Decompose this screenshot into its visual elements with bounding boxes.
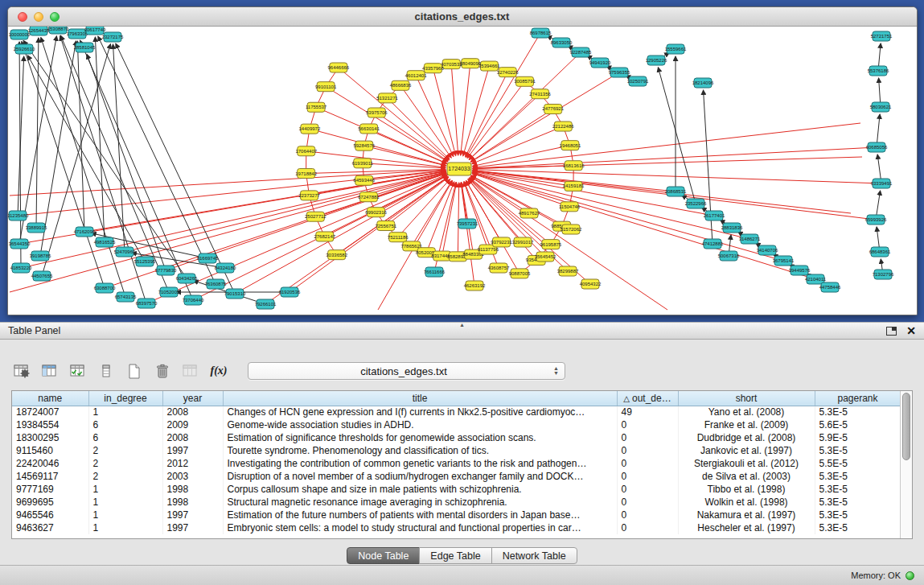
table-row[interactable]: 1872400712008Changes of HCN gene express… xyxy=(12,406,900,418)
graph-node-yellow[interactable]: 96446666 xyxy=(327,63,349,72)
table-row[interactable]: 1456911722003Disruption of a novel membe… xyxy=(12,470,900,483)
graph-node-yellow[interactable]: 93792231 xyxy=(491,237,512,247)
graph-node-teal[interactable]: 81920536 xyxy=(278,287,300,297)
graph-node-yellow[interactable]: 38299887 xyxy=(556,266,578,276)
graph-node-yellow[interactable]: 11504746 xyxy=(558,202,580,212)
graph-node-yellow[interactable]: 14159181 xyxy=(562,181,584,191)
graph-node-teal[interactable]: 65743135 xyxy=(114,292,136,302)
graph-node-teal[interactable]: 26177401 xyxy=(703,211,725,220)
graph-node-teal[interactable]: 10250791 xyxy=(626,76,648,86)
graph-node-teal[interactable]: 23522966 xyxy=(684,199,706,208)
graph-node-teal[interactable]: 71302796 xyxy=(872,270,893,279)
show-columns-icon[interactable] xyxy=(39,361,60,381)
network-graph[interactable]: 1000000012654435153088701796330520617740… xyxy=(8,27,917,315)
graph-node-teal[interactable]: 73957231 xyxy=(456,219,478,229)
table-row[interactable]: 969969511998Structural magnetic resonanc… xyxy=(12,496,900,509)
graph-node-teal[interactable]: 39449576 xyxy=(788,266,810,275)
graph-node-teal[interactable]: 36795141 xyxy=(772,256,794,266)
graph-nodes[interactable]: 1000000012654435153088701796330520617740… xyxy=(8,27,894,309)
table-mode-icon[interactable] xyxy=(11,361,32,381)
graph-node-teal[interactable]: 52470960 xyxy=(113,247,135,257)
graph-node-teal[interactable]: 28581045 xyxy=(73,43,95,52)
graph-node-yellow[interactable]: 32991017 xyxy=(511,237,533,247)
close-window-button[interactable] xyxy=(18,12,27,22)
graph-node-yellow[interactable]: 35645452 xyxy=(534,252,556,262)
graph-node-teal[interactable]: 79266101 xyxy=(254,299,276,309)
tab-network-table[interactable]: Network Table xyxy=(491,547,577,564)
graph-node-teal[interactable]: 68397570 xyxy=(135,299,157,308)
graph-node-yellow[interactable]: 61939011 xyxy=(351,159,373,168)
graph-node-teal[interactable]: 15559661 xyxy=(664,44,686,54)
graph-node-teal[interactable]: 60434265 xyxy=(175,274,197,283)
graph-node-teal[interactable]: 84324180 xyxy=(214,263,236,273)
graph-node-yellow[interactable]: 16813616 xyxy=(562,161,584,171)
graph-node-teal[interactable]: 55376186 xyxy=(867,66,889,76)
create-column-icon[interactable] xyxy=(68,361,88,381)
float-panel-icon[interactable] xyxy=(886,327,897,336)
close-panel-icon[interactable]: ✕ xyxy=(906,327,916,336)
graph-node-teal[interactable]: 65993926 xyxy=(864,215,886,225)
graph-node-teal[interactable]: 47412881 xyxy=(701,239,723,249)
red-edges[interactable] xyxy=(10,33,881,310)
minimize-window-button[interactable] xyxy=(34,12,43,22)
tab-node-table[interactable]: Node Table xyxy=(347,547,420,564)
graph-node-teal[interactable]: 31235480 xyxy=(8,211,29,220)
graph-node-yellow[interactable]: 22122486 xyxy=(552,122,573,131)
graph-node-yellow[interactable]: 30336582 xyxy=(326,250,347,260)
column-header-year[interactable]: year xyxy=(162,391,223,406)
graph-node-yellow[interactable]: 75211186 xyxy=(387,233,408,242)
table-row[interactable]: 911546021997Tourette syndrome. Phenomeno… xyxy=(12,444,900,457)
graph-node-teal[interactable]: 47162090 xyxy=(73,227,95,237)
table-row[interactable]: 977716911998Corpus callosum shape and si… xyxy=(12,483,900,496)
graph-node-yellow[interactable]: 43357966 xyxy=(422,64,444,73)
graph-node-teal[interactable]: 31486271 xyxy=(738,234,760,244)
graph-node-teal[interactable]: 73706440 xyxy=(182,295,203,305)
graph-node-teal[interactable]: 55125395 xyxy=(133,257,155,266)
column-header-out_degree[interactable]: △out_de… xyxy=(617,391,678,406)
graph-node-yellow[interactable]: 48666836 xyxy=(389,80,411,90)
table-row[interactable]: 2242004622012Investigating the contribut… xyxy=(12,457,900,470)
column-header-pagerank[interactable]: pagerank xyxy=(815,391,900,406)
delete-table-icon[interactable] xyxy=(152,361,173,381)
graph-node-teal[interactable]: 63088700 xyxy=(93,283,115,293)
scrollbar-thumb[interactable] xyxy=(902,393,910,460)
graph-node-yellow[interactable]: 51321271 xyxy=(376,93,398,103)
hub-node[interactable]: 1724033 xyxy=(447,163,471,175)
graph-node-yellow[interactable]: 43608757 xyxy=(487,263,509,273)
graph-node-teal[interactable]: 81669745 xyxy=(196,253,218,263)
graph-node-yellow[interactable]: 27431356 xyxy=(529,89,551,99)
graph-node-teal[interactable]: 20617740 xyxy=(84,27,105,35)
graph-node-teal[interactable]: 44507655 xyxy=(31,271,52,281)
graph-node-yellow[interactable]: 40954322 xyxy=(579,279,601,289)
table-row[interactable]: 1938455462009Genome-wide association stu… xyxy=(12,418,900,431)
graph-node-teal[interactable]: 76360875 xyxy=(204,279,226,289)
graph-node-teal[interactable]: 25926610 xyxy=(13,44,35,54)
graph-node-yellow[interactable]: 19468051 xyxy=(559,141,581,150)
graph-node-teal[interactable]: 94941920 xyxy=(589,58,610,68)
graph-node-teal[interactable]: 44758446 xyxy=(819,282,840,292)
graph-node-yellow[interactable]: 48917627 xyxy=(518,208,540,218)
graph-node-yellow[interactable]: 69902316 xyxy=(365,208,387,217)
graph-node-yellow[interactable]: 38049096 xyxy=(459,59,481,68)
network-canvas[interactable]: 1000000012654435153088701796330520617740… xyxy=(8,27,917,315)
graph-node-teal[interactable]: 49816525 xyxy=(93,237,115,247)
graph-node-teal[interactable]: 60685056 xyxy=(865,142,887,152)
graph-node-yellow[interactable]: 99101101 xyxy=(315,82,337,92)
graph-node-teal[interactable]: 71052005 xyxy=(158,287,179,297)
function-builder-icon[interactable]: f(x) xyxy=(208,361,229,381)
graph-node-yellow[interactable]: 32740226 xyxy=(496,68,518,77)
graph-node-yellow[interactable]: 59284576 xyxy=(353,141,375,150)
graph-node-teal[interactable]: 79015310 xyxy=(224,289,245,299)
graph-node-teal[interactable]: 18214096 xyxy=(692,78,713,88)
new-table-icon[interactable] xyxy=(124,361,145,381)
graph-node-yellow[interactable]: 24776921 xyxy=(542,104,564,113)
graph-node-yellow[interactable]: 67247881 xyxy=(358,192,380,202)
column-list-icon[interactable] xyxy=(96,361,117,381)
graph-node-yellow[interactable]: 25027712 xyxy=(304,212,326,221)
graph-node-yellow[interactable]: 19718842 xyxy=(295,169,317,179)
column-header-short[interactable]: short xyxy=(678,391,815,406)
graph-node-teal[interactable]: 36544350 xyxy=(8,239,30,249)
graph-node-yellow[interactable]: 72556751 xyxy=(375,221,396,231)
graph-node-teal[interactable]: 86978615 xyxy=(529,28,551,38)
graph-node-teal[interactable]: 92287485 xyxy=(569,47,591,57)
